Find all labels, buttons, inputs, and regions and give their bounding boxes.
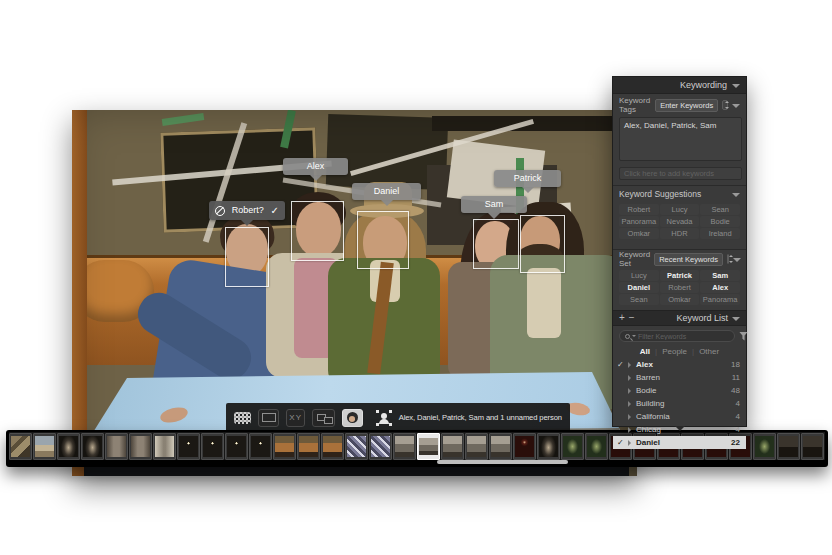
filmstrip-thumb[interactable] bbox=[81, 433, 104, 460]
dropdown-split-button[interactable] bbox=[722, 100, 728, 110]
suggestion-keyword[interactable]: Bodie bbox=[700, 216, 740, 227]
keyword-set-dropdown[interactable]: Recent Keywords bbox=[654, 253, 723, 266]
collapse-icon[interactable] bbox=[732, 84, 740, 88]
disclosure-triangle-icon[interactable] bbox=[628, 375, 631, 381]
keywords-textarea[interactable]: Alex, Daniel, Patrick, Sam bbox=[619, 117, 742, 161]
add-keywords-input[interactable] bbox=[619, 167, 742, 180]
filmstrip-thumb[interactable] bbox=[801, 433, 824, 460]
tab-other[interactable]: Other bbox=[699, 347, 719, 356]
filmstrip-thumb[interactable] bbox=[9, 433, 32, 460]
disclosure-triangle-icon[interactable] bbox=[628, 362, 631, 368]
face-box-patrick[interactable] bbox=[520, 215, 565, 273]
suggestion-keyword[interactable]: Lucy bbox=[660, 204, 700, 215]
filmstrip-thumb[interactable] bbox=[33, 433, 56, 460]
set-keyword[interactable]: Robert bbox=[660, 282, 700, 293]
filmstrip-thumb[interactable] bbox=[513, 433, 536, 460]
search-options-caret-icon[interactable] bbox=[632, 335, 636, 337]
keyword-row[interactable]: ✓ Alex 18 bbox=[613, 358, 746, 371]
tab-people[interactable]: People bbox=[662, 347, 687, 356]
set-keyword[interactable]: Sam bbox=[700, 270, 740, 281]
keyword-row[interactable]: Barren 11 bbox=[613, 371, 746, 384]
filmstrip-thumb[interactable] bbox=[345, 433, 368, 460]
filmstrip-thumb[interactable] bbox=[321, 433, 344, 460]
face-tag-daniel[interactable]: Daniel bbox=[352, 183, 421, 200]
grid-view-icon[interactable] bbox=[234, 412, 251, 424]
compare-view-icon[interactable]: XY bbox=[286, 409, 305, 427]
filmstrip-thumb[interactable] bbox=[393, 433, 416, 460]
set-keyword[interactable]: Lucy bbox=[619, 270, 659, 281]
filmstrip-thumb-selected[interactable] bbox=[417, 433, 440, 460]
remove-keyword-button[interactable]: − bbox=[629, 313, 635, 323]
check-icon[interactable]: ✓ bbox=[617, 438, 625, 447]
filmstrip-thumb[interactable] bbox=[249, 433, 272, 460]
suggestion-keyword[interactable]: Sean bbox=[700, 204, 740, 215]
keyword-tags-mode-dropdown[interactable]: Enter Keywords bbox=[655, 99, 718, 112]
confirm-suggestion-icon[interactable]: ✓ bbox=[271, 201, 279, 220]
disclosure-triangle-icon[interactable] bbox=[628, 427, 631, 433]
face-tag-sam[interactable]: Sam bbox=[461, 196, 527, 213]
keyword-row[interactable]: ✓ Daniel 22 bbox=[613, 436, 746, 449]
filmstrip-thumb[interactable] bbox=[441, 433, 464, 460]
set-keyword[interactable]: Panorama bbox=[700, 294, 740, 305]
disclosure-triangle-icon[interactable] bbox=[628, 401, 631, 407]
filmstrip-thumb[interactable] bbox=[777, 433, 800, 460]
face-tag-robert-suggestion[interactable]: Robert? ✓ bbox=[209, 201, 285, 220]
suggestion-keyword[interactable]: Ireland bbox=[700, 228, 740, 239]
section-collapse-icon[interactable] bbox=[732, 317, 740, 321]
check-icon[interactable]: ✓ bbox=[617, 360, 625, 369]
filmstrip-thumb[interactable] bbox=[561, 433, 584, 460]
set-keyword[interactable]: Patrick bbox=[660, 270, 700, 281]
suggestion-keyword[interactable]: Nevada bbox=[660, 216, 700, 227]
filmstrip-thumb[interactable] bbox=[297, 433, 320, 460]
face-box-robert[interactable] bbox=[225, 227, 269, 287]
keyword-row[interactable]: Bodie 48 bbox=[613, 384, 746, 397]
filmstrip-thumb[interactable] bbox=[105, 433, 128, 460]
section-collapse-icon[interactable] bbox=[732, 104, 740, 108]
filter-keywords-input[interactable] bbox=[638, 333, 729, 340]
face-box-daniel[interactable] bbox=[357, 211, 409, 269]
loupe-view-icon[interactable] bbox=[258, 409, 279, 427]
set-keyword[interactable]: Sean bbox=[619, 294, 659, 305]
filmstrip-thumb[interactable] bbox=[273, 433, 296, 460]
set-keyword[interactable]: Omkar bbox=[660, 294, 700, 305]
filmstrip-thumb[interactable] bbox=[129, 433, 152, 460]
reject-suggestion-icon[interactable] bbox=[215, 206, 225, 216]
suggestion-keyword[interactable]: HDR bbox=[660, 228, 700, 239]
disclosure-triangle-icon[interactable] bbox=[628, 388, 631, 394]
face-tag-alex[interactable]: Alex bbox=[283, 158, 348, 175]
filter-icon[interactable] bbox=[739, 332, 748, 341]
suggestion-keyword[interactable]: Omkar bbox=[619, 228, 659, 239]
filmstrip-thumb[interactable] bbox=[57, 433, 80, 460]
face-box-sam[interactable] bbox=[473, 219, 519, 269]
face-tag-patrick[interactable]: Patrick bbox=[494, 170, 561, 187]
filmstrip-thumb[interactable] bbox=[177, 433, 200, 460]
filmstrip-thumb[interactable] bbox=[225, 433, 248, 460]
suggestion-keyword[interactable]: Panorama bbox=[619, 216, 659, 227]
section-collapse-icon[interactable] bbox=[733, 258, 741, 262]
section-collapse-icon[interactable] bbox=[732, 193, 740, 197]
filmstrip-thumb[interactable] bbox=[753, 433, 776, 460]
set-keyword[interactable]: Alex bbox=[700, 282, 740, 293]
filmstrip-scrollbar[interactable] bbox=[437, 460, 568, 464]
set-keyword[interactable]: Daniel bbox=[619, 282, 659, 293]
disclosure-triangle-icon[interactable] bbox=[628, 440, 631, 446]
survey-view-icon[interactable] bbox=[312, 409, 335, 427]
panel-scroll-indicator[interactable] bbox=[675, 426, 685, 431]
panel-header[interactable]: Keywording bbox=[613, 77, 746, 94]
filmstrip-thumb[interactable] bbox=[585, 433, 608, 460]
filmstrip-thumb[interactable] bbox=[153, 433, 176, 460]
suggestion-keyword[interactable]: Robert bbox=[619, 204, 659, 215]
people-view-icon[interactable] bbox=[342, 409, 363, 427]
dropdown-split-button[interactable] bbox=[727, 254, 729, 264]
filmstrip-thumb[interactable] bbox=[537, 433, 560, 460]
add-keyword-button[interactable]: + bbox=[619, 313, 625, 323]
filmstrip-thumb[interactable] bbox=[201, 433, 224, 460]
filmstrip-thumb[interactable] bbox=[465, 433, 488, 460]
disclosure-triangle-icon[interactable] bbox=[628, 414, 631, 420]
face-box-alex[interactable] bbox=[291, 201, 344, 261]
filmstrip-thumb[interactable] bbox=[489, 433, 512, 460]
keyword-row[interactable]: California 4 bbox=[613, 410, 746, 423]
filmstrip-thumb[interactable] bbox=[369, 433, 392, 460]
keyword-row[interactable]: Building 4 bbox=[613, 397, 746, 410]
tab-all[interactable]: All bbox=[640, 347, 650, 356]
